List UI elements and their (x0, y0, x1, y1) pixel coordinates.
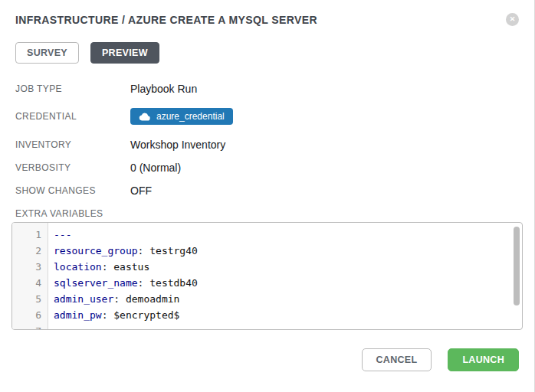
job-type-value: Playbook Run (130, 83, 197, 95)
detail-row-verbosity: VERBOSITY 0 (Normal) (15, 156, 519, 179)
inventory-label: INVENTORY (15, 139, 130, 150)
line-number: 5 (12, 291, 48, 307)
editor-line-number-gutter: 1 2 3 4 5 6 7 (12, 223, 48, 329)
detail-row-inventory: INVENTORY Workshop Inventory (15, 132, 519, 156)
yaml-line: location: eastus (54, 259, 522, 275)
show-changes-value: OFF (130, 185, 152, 197)
editor-code-area: --- resource_group: testrg40 location: e… (48, 223, 522, 329)
yaml-line: sqlserver_name: testdb40 (54, 275, 522, 291)
tab-survey[interactable]: SURVEY (15, 42, 79, 64)
job-type-label: JOB TYPE (15, 83, 130, 94)
inventory-value: Workshop Inventory (130, 139, 225, 151)
yaml-line: resource_group: testrg40 (54, 243, 522, 259)
cancel-button[interactable]: CANCEL (362, 348, 432, 371)
tab-preview[interactable]: PREVIEW (90, 42, 159, 64)
line-number: 3 (12, 259, 48, 275)
detail-row-show-changes: SHOW CHANGES OFF (15, 179, 519, 202)
verbosity-value: 0 (Normal) (130, 162, 181, 174)
job-details: JOB TYPE Playbook Run CREDENTIAL azure_c… (15, 77, 519, 202)
line-number: 6 (12, 307, 48, 323)
page-title: INFRASTRUCTURE / AZURE CREATE A MYSQL SE… (15, 14, 317, 26)
credential-label: CREDENTIAL (15, 111, 130, 122)
yaml-line: admin_pw: $encrypted$ (54, 307, 522, 323)
line-number: 2 (12, 243, 48, 259)
dialog-footer: CANCEL LAUNCH (15, 348, 519, 371)
verbosity-label: VERBOSITY (15, 162, 130, 173)
show-changes-label: SHOW CHANGES (15, 185, 130, 196)
close-x-glyph: ✕ (510, 15, 516, 23)
job-launch-preview-dialog: INFRASTRUCTURE / AZURE CREATE A MYSQL SE… (0, 0, 534, 371)
dialog-header: INFRASTRUCTURE / AZURE CREATE A MYSQL SE… (15, 0, 519, 26)
line-number: 7 (12, 323, 48, 330)
close-icon[interactable]: ✕ (506, 13, 519, 26)
credential-name: azure_credential (156, 111, 225, 122)
launch-button[interactable]: LAUNCH (448, 348, 519, 371)
yaml-line: admin_user: demoadmin (54, 291, 522, 307)
line-number: 4 (12, 275, 48, 291)
detail-row-credential: CREDENTIAL azure_credential (15, 100, 519, 132)
yaml-line: --- (54, 227, 522, 243)
extra-variables-label: EXTRA VARIABLES (15, 208, 519, 219)
tab-bar: SURVEY PREVIEW (15, 42, 519, 64)
yaml-line (54, 323, 522, 330)
editor-scrollbar[interactable] (514, 227, 520, 305)
line-number: 1 (12, 227, 48, 243)
extra-variables-editor[interactable]: 1 2 3 4 5 6 7 --- resource_group: testrg… (11, 222, 523, 330)
detail-row-job-type: JOB TYPE Playbook Run (15, 77, 519, 100)
credential-badge: azure_credential (130, 108, 233, 125)
cloud-icon (139, 113, 150, 121)
